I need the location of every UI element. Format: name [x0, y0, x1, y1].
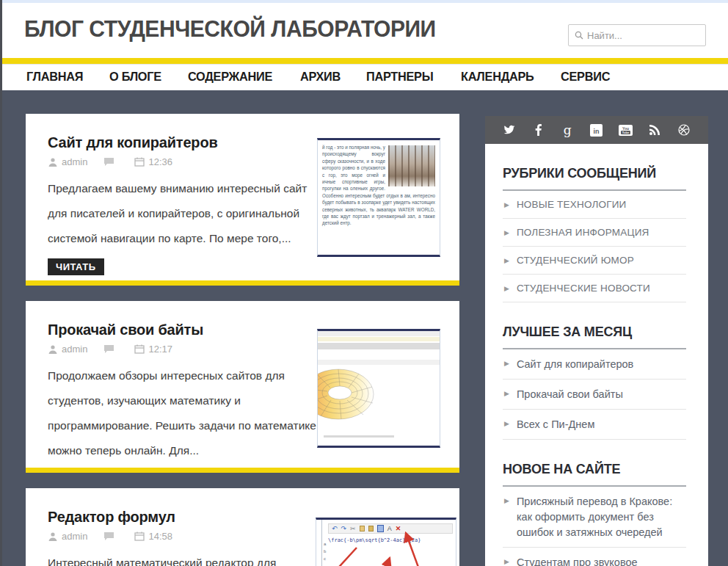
sidebar-section-title: НОВОЕ НА САЙТЕ	[503, 462, 686, 487]
post-card: Редактор формул admin 14:58	[26, 488, 459, 566]
nav-item-contents[interactable]: СОДЕРЖАНИЕ	[188, 70, 272, 84]
sidebar-section-best: ЛУЧШЕЕ ЗА МЕСЯЦ ▶Сайт для копирайтеров ▶…	[503, 324, 686, 440]
read-more-button[interactable]: ЧИТАТЬ	[48, 471, 104, 473]
post-link[interactable]: Всех с Пи-Днем	[517, 417, 594, 432]
search-input[interactable]	[587, 30, 699, 41]
search-icon	[575, 31, 583, 40]
bullet-arrow-icon: ▶	[504, 387, 509, 400]
rss-icon[interactable]	[647, 122, 663, 138]
list-item: ▶Прокачай свои байты	[503, 380, 686, 410]
list-item: ▶Всех с Пи-Днем	[503, 410, 686, 440]
post-link[interactable]: Студентам про звуковое оборудование	[517, 555, 686, 566]
comments-icon[interactable]	[103, 344, 114, 354]
search-box[interactable]	[568, 24, 706, 46]
post-excerpt: Продолжаем обзоры интересных сайтов для …	[48, 363, 316, 463]
post-card: Сайт для копирайтеров admin 12:36	[26, 114, 459, 286]
thumbnail-caption-line	[324, 435, 394, 438]
bullet-arrow-icon: ▶	[504, 226, 509, 239]
post-thumbnail[interactable]	[317, 329, 440, 448]
post-time: 12:36	[148, 156, 172, 167]
bullet-arrow-icon: ▶	[504, 417, 509, 430]
calendar-icon	[134, 344, 145, 354]
annotation-arrows	[316, 520, 456, 566]
sidebar-section-rubrics: РУБРИКИ СООБЩЕНИЙ ▶НОВЫЕ ТЕХНОЛОГИИ ▶ПОЛ…	[503, 166, 686, 302]
post-thumbnail[interactable]: abc ↶↷ ✂ A ✕ \frac{-b\pm\sqrt{b^2-4ac}}{…	[316, 518, 456, 566]
rubric-link[interactable]: ПОЛЕЗНАЯ ИНФОРМАЦИЯ	[517, 226, 649, 239]
page: БЛОГ СТУДЕНЧЕСКОЙ ЛАБОРАТОРИИ ГЛАВНАЯ О …	[0, 0, 728, 566]
google-icon[interactable]: g	[559, 122, 575, 138]
post-thumbnail[interactable]: й год - это и полярная ночь, у происходя…	[317, 138, 440, 257]
posts-column: Сайт для копирайтеров admin 12:36	[26, 114, 459, 566]
sidebar-card: РУБРИКИ СООБЩЕНИЙ ▶НОВЫЕ ТЕХНОЛОГИИ ▶ПОЛ…	[485, 144, 708, 566]
rubric-link[interactable]: НОВЫЕ ТЕХНОЛОГИИ	[517, 198, 627, 211]
comments-icon[interactable]	[103, 531, 114, 541]
header-accent-bar	[2, 58, 728, 64]
dribbble-icon[interactable]	[676, 122, 692, 138]
post-author: admin	[62, 156, 87, 167]
site-title: БЛОГ СТУДЕНЧЕСКОЙ ЛАБОРАТОРИИ	[24, 16, 436, 43]
post-excerpt: Предлагаем вашему вниманию интересный са…	[48, 176, 316, 251]
post-author: admin	[62, 344, 87, 355]
post-excerpt: Интересный математический редактор для н…	[48, 551, 316, 566]
nav-item-service[interactable]: СЕРВИС	[561, 70, 610, 84]
nav-item-partners[interactable]: ПАРТНЕРЫ	[366, 70, 433, 84]
social-bar: g in YouTube	[485, 116, 708, 144]
twitter-icon[interactable]	[501, 122, 517, 138]
rubric-link[interactable]: СТУДЕНЧЕСКИЕ НОВОСТИ	[517, 282, 650, 295]
post-author: admin	[62, 531, 87, 542]
main-nav: ГЛАВНАЯ О БЛОГЕ СОДЕРЖАНИЕ АРХИВ ПАРТНЕР…	[2, 64, 728, 90]
post-link[interactable]: Прокачай свои байты	[517, 387, 623, 402]
comments-icon[interactable]	[103, 157, 114, 167]
linkedin-icon[interactable]: in	[589, 122, 605, 138]
bullet-arrow-icon: ▶	[504, 357, 509, 370]
winter-photo	[388, 145, 435, 186]
author-icon	[48, 157, 58, 167]
post-title-link[interactable]: Прокачай свои байты	[48, 322, 203, 338]
bullet-arrow-icon: ▶	[504, 494, 509, 507]
author-icon	[48, 344, 58, 355]
sidebar-section-title: ЛУЧШЕЕ ЗА МЕСЯЦ	[503, 324, 686, 349]
calendar-icon	[134, 157, 145, 167]
post-time: 14:58	[148, 531, 172, 542]
post-link[interactable]: Присяжный перевод в Кракове: как оформит…	[517, 494, 686, 540]
post-time: 12:17	[148, 344, 172, 355]
list-item: ▶Присяжный перевод в Кракове: как оформи…	[503, 487, 686, 548]
nav-item-home[interactable]: ГЛАВНАЯ	[26, 70, 83, 84]
bullet-arrow-icon: ▶	[504, 254, 509, 267]
read-more-button[interactable]: ЧИТАТЬ	[48, 258, 104, 275]
nav-item-archive[interactable]: АРХИВ	[300, 70, 341, 84]
youtube-icon[interactable]: YouTube	[618, 122, 634, 138]
torus-plot	[318, 365, 440, 431]
post-title-link[interactable]: Сайт для копирайтеров	[48, 134, 218, 150]
list-item: ▶Сайт для копирайтеров	[503, 349, 686, 380]
bullet-arrow-icon: ▶	[504, 282, 509, 295]
list-item: ▶Студентам про звуковое оборудование	[503, 548, 686, 566]
author-icon	[48, 531, 58, 542]
rubric-link[interactable]: СТУДЕНЧЕСКИЙ ЮМОР	[517, 254, 634, 267]
svg-text:Tube: Tube	[622, 131, 630, 134]
svg-text:You: You	[622, 126, 629, 130]
site-header: БЛОГ СТУДЕНЧЕСКОЙ ЛАБОРАТОРИИ	[2, 3, 728, 58]
nav-item-calendar[interactable]: КАЛЕНДАРЬ	[461, 70, 534, 84]
list-item: ▶НОВЫЕ ТЕХНОЛОГИИ	[503, 191, 686, 219]
list-item: ▶ПОЛЕЗНАЯ ИНФОРМАЦИЯ	[503, 219, 686, 247]
post-card: Прокачай свои байты admin 12:17	[26, 301, 459, 473]
content-area: Сайт для копирайтеров admin 12:36	[2, 90, 728, 566]
sidebar-section-title: РУБРИКИ СООБЩЕНИЙ	[503, 166, 686, 191]
post-title-link[interactable]: Редактор формул	[48, 509, 175, 525]
svg-text:in: in	[594, 127, 600, 134]
bullet-arrow-icon: ▶	[504, 555, 509, 566]
list-item: ▶СТУДЕНЧЕСКИЙ ЮМОР	[503, 247, 686, 275]
bullet-arrow-icon: ▶	[504, 198, 509, 211]
sidebar-section-new: НОВОЕ НА САЙТЕ ▶Присяжный перевод в Крак…	[503, 462, 686, 566]
calendar-icon	[134, 531, 145, 541]
nav-item-about[interactable]: О БЛОГЕ	[109, 70, 161, 84]
list-item: ▶СТУДЕНЧЕСКИЕ НОВОСТИ	[503, 275, 686, 302]
sidebar: g in YouTube РУБРИКИ СООБЩЕНИЙ	[485, 116, 708, 566]
post-link[interactable]: Сайт для копирайтеров	[517, 357, 633, 372]
facebook-icon[interactable]	[531, 122, 547, 138]
